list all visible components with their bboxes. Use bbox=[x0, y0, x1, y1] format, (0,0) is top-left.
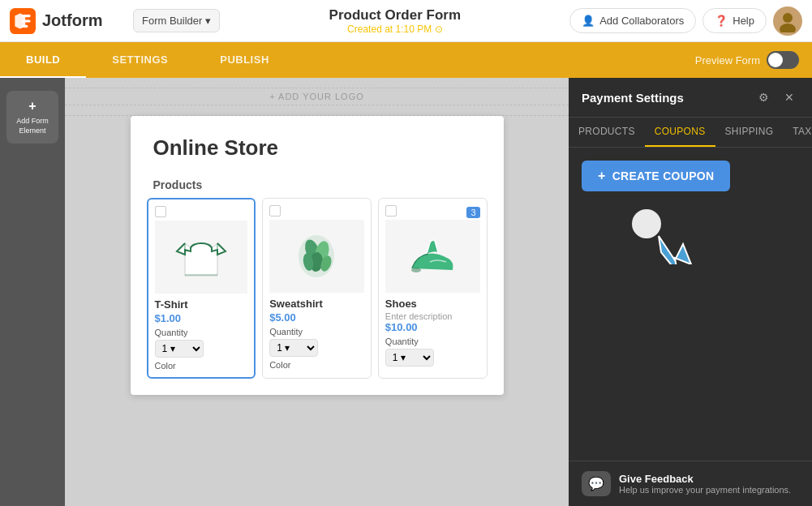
question-icon: ❓ bbox=[715, 15, 728, 27]
feedback-text: Give Feedback Help us improve your payme… bbox=[619, 473, 791, 495]
tab-build[interactable]: BUILD bbox=[0, 42, 86, 78]
qty-select-tshirt[interactable]: 1 ▾ bbox=[155, 340, 204, 358]
product-checkbox-tshirt[interactable] bbox=[155, 206, 166, 217]
panel-tabs: PRODUCTS COUPONS SHIPPING TAX INVOICE bbox=[569, 118, 812, 148]
add-logo-bar[interactable]: + ADD YOUR LOGO bbox=[65, 78, 569, 116]
qty-label-shoes: Quantity bbox=[385, 337, 480, 346]
plus-icon: + bbox=[28, 99, 36, 114]
svg-rect-1 bbox=[21, 15, 30, 17]
logo-area: Jotform bbox=[10, 8, 123, 34]
product-image-tshirt bbox=[155, 221, 248, 294]
payment-panel: Payment Settings ⚙ ✕ PRODUCTS COUPONS SH… bbox=[569, 78, 812, 506]
logo-text: Jotform bbox=[42, 11, 102, 30]
nav-tabs: BUILD SETTINGS PUBLISH bbox=[0, 42, 695, 78]
tab-publish[interactable]: PUBLISH bbox=[194, 42, 295, 78]
avatar-image bbox=[776, 10, 799, 32]
product-card-sweatshirt: Sweatshirt $5.00 Quantity 1 ▾ Color bbox=[262, 198, 372, 379]
help-button[interactable]: ❓ Help bbox=[702, 8, 767, 33]
preview-toggle[interactable] bbox=[767, 51, 799, 69]
preview-area: Preview Form bbox=[695, 51, 812, 69]
product-checkbox-shoes[interactable] bbox=[385, 205, 397, 217]
qty-label-tshirt: Quantity bbox=[155, 328, 248, 337]
svg-rect-3 bbox=[21, 24, 28, 27]
qty-select-shoes[interactable]: 1 ▾ bbox=[385, 349, 434, 367]
tab-coupons[interactable]: COUPONS bbox=[645, 118, 715, 147]
shoe-svg bbox=[404, 228, 461, 285]
chevron-down-icon: ▾ bbox=[205, 15, 211, 27]
add-collaborators-button[interactable]: 👤 Add Collaborators bbox=[569, 8, 696, 33]
main-content: + Add Form Element + ADD YOUR LOGO Onlin… bbox=[0, 78, 812, 506]
panel-header: Payment Settings ⚙ ✕ bbox=[569, 78, 812, 118]
cursor-indicator-area bbox=[582, 208, 799, 272]
product-name-tshirt: T-Shirt bbox=[155, 298, 248, 311]
product-name-shoes: Shoes bbox=[385, 298, 480, 310]
form-builder-button[interactable]: Form Builder ▾ bbox=[133, 9, 220, 32]
center-title: Product Order Form Created at 1:10 PM ⊙ bbox=[230, 7, 560, 35]
product-image-shoes bbox=[385, 220, 480, 293]
color-label-tshirt: Color bbox=[155, 361, 248, 371]
product-price-shoes: $10.00 bbox=[385, 321, 480, 333]
created-info: Created at 1:10 PM ⊙ bbox=[230, 24, 560, 35]
svg-point-16 bbox=[411, 268, 421, 272]
add-form-element-label: Add Form Element bbox=[13, 117, 52, 135]
svg-rect-6 bbox=[184, 243, 186, 255]
product-desc-shoes: Enter description bbox=[385, 311, 480, 321]
right-actions: 👤 Add Collaborators ❓ Help bbox=[569, 6, 802, 36]
feedback-title: Give Feedback bbox=[619, 473, 791, 485]
products-grid: T-Shirt $1.00 Quantity 1 ▾ Color bbox=[147, 198, 488, 379]
top-bar: Jotform Form Builder ▾ Product Order For… bbox=[0, 0, 812, 42]
feedback-subtitle: Help us improve your payment integration… bbox=[619, 485, 791, 495]
sweatshirt-svg bbox=[288, 228, 345, 285]
product-name-sweatshirt: Sweatshirt bbox=[269, 298, 364, 310]
create-coupon-label: CREATE COUPON bbox=[612, 169, 715, 182]
add-logo-label: + ADD YOUR LOGO bbox=[65, 88, 569, 105]
products-section: Products bbox=[131, 170, 504, 395]
left-sidebar: + Add Form Element bbox=[0, 78, 65, 506]
form-header: Online Store bbox=[131, 116, 504, 170]
close-icon[interactable]: ✕ bbox=[780, 88, 799, 107]
feedback-chat-icon: 💬 bbox=[582, 471, 611, 496]
create-coupon-button[interactable]: + CREATE COUPON bbox=[582, 161, 730, 191]
cursor-arrow-icon bbox=[630, 208, 695, 264]
add-form-element-button[interactable]: + Add Form Element bbox=[6, 91, 58, 144]
form-body: Online Store Products bbox=[131, 116, 504, 395]
gear-icon[interactable]: ⚙ bbox=[754, 88, 773, 107]
svg-point-5 bbox=[780, 24, 796, 32]
tab-shipping[interactable]: SHIPPING bbox=[715, 118, 784, 147]
nav-bar: BUILD SETTINGS PUBLISH Preview Form bbox=[0, 42, 812, 78]
svg-point-17 bbox=[632, 209, 661, 238]
product-checkbox-sweatshirt[interactable] bbox=[269, 205, 281, 217]
jotform-logo-icon bbox=[10, 8, 36, 34]
svg-marker-18 bbox=[659, 236, 691, 264]
product-card-tshirt: T-Shirt $1.00 Quantity 1 ▾ Color bbox=[147, 198, 256, 379]
product-badge-shoes: 3 bbox=[466, 207, 479, 218]
products-label: Products bbox=[147, 170, 488, 198]
svg-rect-2 bbox=[21, 19, 30, 22]
feedback-bar[interactable]: 💬 Give Feedback Help us improve your pay… bbox=[569, 461, 812, 506]
add-collaborators-label: Add Collaborators bbox=[599, 15, 684, 27]
tshirt-svg bbox=[173, 229, 230, 285]
product-price-tshirt: $1.00 bbox=[155, 312, 248, 324]
product-price-sweatshirt: $5.00 bbox=[269, 311, 364, 324]
preview-label: Preview Form bbox=[695, 54, 760, 66]
svg-rect-7 bbox=[217, 243, 218, 255]
tab-products[interactable]: PRODUCTS bbox=[569, 118, 645, 147]
panel-header-actions: ⚙ ✕ bbox=[754, 88, 799, 107]
form-canvas: + ADD YOUR LOGO Online Store Products bbox=[65, 78, 569, 506]
qty-select-sweatshirt[interactable]: 1 ▾ bbox=[269, 339, 318, 357]
product-card-shoes: 3 Shoes bbox=[378, 198, 488, 379]
panel-title: Payment Settings bbox=[582, 91, 684, 105]
form-builder-label: Form Builder bbox=[142, 15, 202, 27]
qty-label-sweatshirt: Quantity bbox=[269, 327, 364, 337]
help-label: Help bbox=[733, 15, 754, 27]
panel-content: + CREATE COUPON bbox=[569, 148, 812, 461]
user-icon: 👤 bbox=[582, 15, 595, 27]
form-title: Online Store bbox=[153, 135, 481, 161]
avatar[interactable] bbox=[773, 6, 802, 36]
svg-point-4 bbox=[783, 13, 793, 23]
color-label-sweatshirt: Color bbox=[269, 360, 364, 370]
tab-settings[interactable]: SETTINGS bbox=[86, 42, 194, 78]
create-coupon-plus-icon: + bbox=[598, 169, 606, 183]
toggle-knob bbox=[768, 53, 783, 67]
tab-tax[interactable]: TAX bbox=[783, 118, 812, 147]
